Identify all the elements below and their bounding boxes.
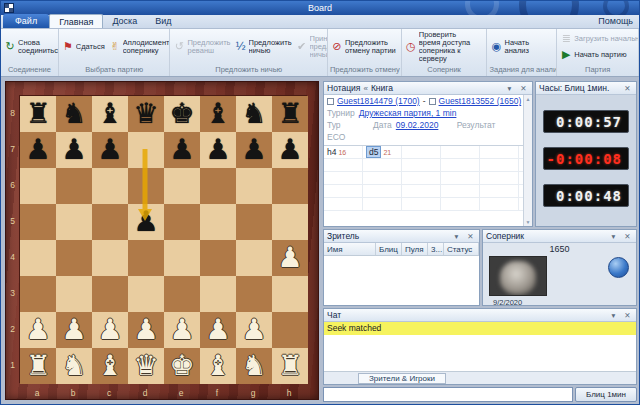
square-h8[interactable]: ♜ (272, 96, 308, 132)
square-b6[interactable] (56, 168, 92, 204)
square-f3[interactable] (200, 276, 236, 312)
move-cell[interactable] (480, 198, 519, 210)
chat-messages[interactable] (324, 335, 636, 371)
square-g8[interactable]: ♞ (236, 96, 272, 132)
move-cell[interactable] (363, 185, 402, 197)
square-d2[interactable]: ♟ (128, 312, 164, 348)
ribbon-button[interactable]: ⚑Сдаться (60, 40, 107, 54)
square-e7[interactable]: ♟ (164, 132, 200, 168)
move-cell[interactable] (480, 146, 519, 158)
square-g6[interactable] (236, 168, 272, 204)
move-cell[interactable] (402, 198, 441, 210)
square-a6[interactable] (20, 168, 56, 204)
move-cell[interactable] (324, 159, 363, 171)
square-d3[interactable] (128, 276, 164, 312)
chat-input[interactable] (323, 387, 573, 402)
close-icon[interactable]: ✕ (518, 83, 529, 94)
square-b4[interactable] (56, 240, 92, 276)
square-a5[interactable] (20, 204, 56, 240)
square-e3[interactable] (164, 276, 200, 312)
white-player-link[interactable]: Guest1814479 (1700) (337, 96, 420, 106)
move-cell[interactable] (402, 185, 441, 197)
square-h6[interactable] (272, 168, 308, 204)
ribbon-button[interactable]: ▶Начать партию (558, 48, 628, 62)
square-f8[interactable]: ♝ (200, 96, 236, 132)
square-d4[interactable] (128, 240, 164, 276)
square-e4[interactable] (164, 240, 200, 276)
panel-menu-icon[interactable]: ▾ (608, 231, 619, 242)
square-b2[interactable]: ♟ (56, 312, 92, 348)
move-black-selected[interactable]: d5 (366, 146, 381, 158)
panel-menu-icon[interactable]: ▾ (504, 83, 515, 94)
square-h7[interactable]: ♟ (272, 132, 308, 168)
square-c5[interactable] (92, 204, 128, 240)
chat-tab-spectators-players[interactable]: Зрители & Игроки (358, 373, 446, 384)
move-cell[interactable] (324, 198, 363, 210)
square-c6[interactable] (92, 168, 128, 204)
move-cell[interactable] (402, 172, 441, 184)
move-cell[interactable] (441, 172, 480, 184)
square-a4[interactable] (20, 240, 56, 276)
square-g5[interactable] (236, 204, 272, 240)
chevron-left-icon[interactable]: « (363, 84, 367, 93)
square-e5[interactable] (164, 204, 200, 240)
move-cell[interactable] (402, 146, 441, 158)
square-h2[interactable] (272, 312, 308, 348)
spectator-list[interactable] (324, 256, 479, 305)
move-cell[interactable] (441, 198, 480, 210)
move-cell[interactable] (480, 159, 519, 171)
square-h1[interactable]: ♜ (272, 348, 308, 384)
move-cell[interactable] (363, 159, 402, 171)
move-cell[interactable] (324, 185, 363, 197)
square-e2[interactable]: ♟ (164, 312, 200, 348)
square-g3[interactable] (236, 276, 272, 312)
move-cell[interactable]: h416 (324, 146, 363, 158)
ribbon-button[interactable]: ✌Аплодисменты сопернику (107, 38, 170, 57)
square-f5[interactable] (200, 204, 236, 240)
square-c4[interactable] (92, 240, 128, 276)
black-player-link[interactable]: Guest1813552 (1650) (439, 96, 522, 106)
notation-scrollbar[interactable]: ▲ ▼ (523, 95, 532, 226)
square-e6[interactable] (164, 168, 200, 204)
column-header[interactable]: Имя (324, 243, 376, 255)
square-d6[interactable] (128, 168, 164, 204)
square-a3[interactable] (20, 276, 56, 312)
move-cell[interactable] (441, 159, 480, 171)
square-g1[interactable]: ♞ (236, 348, 272, 384)
move-cell[interactable] (441, 185, 480, 197)
square-g7[interactable]: ♟ (236, 132, 272, 168)
square-f1[interactable]: ♝ (200, 348, 236, 384)
menu-tab[interactable]: Вид (146, 14, 180, 28)
square-f6[interactable] (200, 168, 236, 204)
move-cell[interactable] (480, 185, 519, 197)
tab-notation[interactable]: Нотация (327, 83, 360, 93)
close-icon[interactable]: ✕ (465, 231, 476, 242)
scroll-up-icon[interactable]: ▲ (526, 96, 531, 102)
square-b3[interactable] (56, 276, 92, 312)
column-header[interactable]: Пуля (402, 243, 428, 255)
date-link[interactable]: 09.02.2020 (396, 120, 439, 130)
file-menu-button[interactable]: Файл (3, 14, 49, 28)
ribbon-button[interactable]: ½Предложить ничью (233, 38, 294, 57)
move-white[interactable]: h4 (327, 147, 336, 157)
square-e8[interactable]: ♚ (164, 96, 200, 132)
square-h4[interactable]: ♟ (272, 240, 308, 276)
square-c3[interactable] (92, 276, 128, 312)
square-b7[interactable]: ♟ (56, 132, 92, 168)
square-d5[interactable]: ♟ (128, 204, 164, 240)
move-cell[interactable] (363, 198, 402, 210)
ribbon-button[interactable]: ⊘Предложить отмену партии (329, 38, 400, 57)
column-header[interactable]: Статус (444, 243, 479, 255)
move-cell[interactable] (324, 172, 363, 184)
tab-book[interactable]: Книга (371, 83, 393, 93)
white-player-checkbox[interactable] (327, 98, 334, 105)
move-cell[interactable] (480, 172, 519, 184)
tournament-link[interactable]: Дружеская партия, 1 min (359, 108, 457, 118)
square-f4[interactable] (200, 240, 236, 276)
seek-blitz-button[interactable]: Блиц 1мин (575, 387, 637, 402)
square-a8[interactable]: ♜ (20, 96, 56, 132)
ribbon-button[interactable]: ◷Проверить время доступа соперника к сер… (403, 30, 477, 65)
ribbon-button[interactable]: ↻Снова соединиться (2, 38, 58, 57)
square-g4[interactable] (236, 240, 272, 276)
square-a1[interactable]: ♜ (20, 348, 56, 384)
